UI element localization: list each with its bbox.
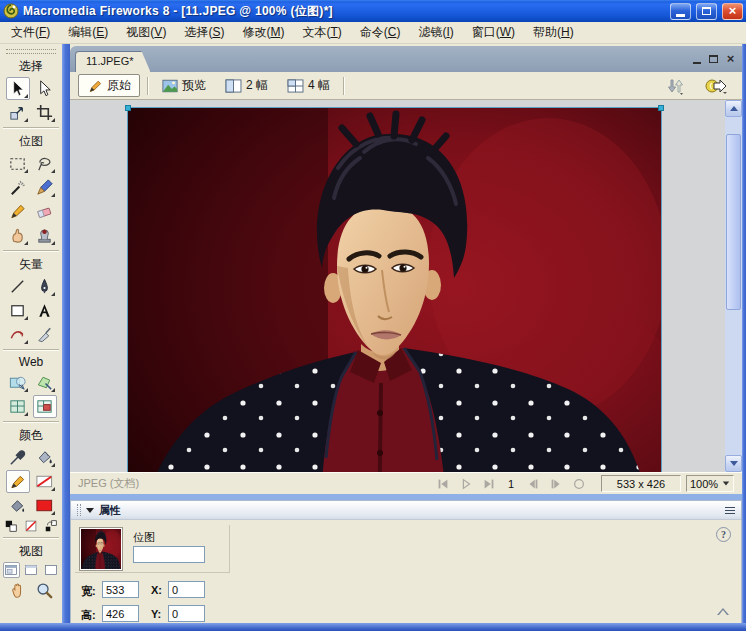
menu-i[interactable]: 滤镜(I) (409, 21, 462, 44)
document-minimize-icon[interactable] (689, 52, 704, 66)
two-up-view-button[interactable]: 2 幅 (219, 75, 274, 96)
slice-tool[interactable] (6, 395, 30, 418)
menu-t[interactable]: 文本(T) (293, 21, 350, 44)
rubber-stamp-tool[interactable] (33, 224, 57, 247)
rectangle-tool[interactable] (6, 299, 30, 322)
fullscreen-menus-button[interactable] (23, 562, 40, 578)
show-slices-button[interactable] (33, 395, 57, 418)
expand-panel-icon[interactable] (717, 608, 729, 615)
subselection-tool[interactable] (33, 77, 57, 100)
magic-wand-tool[interactable] (6, 176, 30, 199)
pointer-tool[interactable] (6, 77, 30, 100)
menu-m[interactable]: 修改(M) (233, 21, 293, 44)
collapse-arrow-icon[interactable] (86, 508, 94, 513)
marquee-tool[interactable] (6, 152, 30, 175)
first-frame-icon[interactable] (434, 476, 452, 492)
next-frame-icon[interactable] (547, 476, 565, 492)
hotspot-tool[interactable] (6, 371, 30, 394)
zoom-tool[interactable] (33, 579, 57, 602)
pen-tool[interactable] (33, 275, 57, 298)
fireworks-app-icon (3, 3, 19, 19)
original-view-button[interactable]: 原始 (78, 74, 140, 97)
properties-title: 属性 (99, 503, 121, 518)
document-close-icon[interactable]: × (723, 52, 738, 66)
swap-colors-button[interactable] (43, 518, 60, 534)
height-input[interactable] (102, 605, 139, 622)
text-icon (35, 301, 54, 320)
document-window: 11.JPEG* × 原始 预览 (70, 46, 742, 494)
four-up-view-button[interactable]: 4 幅 (281, 75, 336, 96)
y-input[interactable] (168, 605, 205, 622)
no-color-button[interactable] (23, 518, 40, 534)
properties-grip[interactable] (77, 504, 81, 516)
last-frame-icon[interactable] (480, 476, 498, 492)
stroke-color-swatch[interactable] (33, 470, 57, 493)
image-size-arrows-button[interactable] (659, 75, 691, 97)
pencil-icon (87, 78, 103, 94)
blur-tool[interactable] (6, 224, 30, 247)
tools-section-label: 位图 (0, 132, 62, 152)
quick-export-button[interactable] (698, 76, 734, 96)
eraser-tool[interactable] (33, 200, 57, 223)
document-image[interactable] (128, 108, 661, 472)
knife-tool[interactable] (33, 323, 57, 346)
crop-tool[interactable] (33, 101, 57, 124)
standard-screen-button[interactable] (3, 562, 20, 578)
menu-h[interactable]: 帮助(H) (524, 21, 583, 44)
scroll-down-button[interactable] (725, 455, 742, 472)
paint-bucket-tool[interactable] (33, 446, 57, 469)
preview-view-label: 预览 (182, 77, 206, 94)
document-tab[interactable]: 11.JPEG* (75, 51, 151, 72)
application-window: Macromedia Fireworks 8 - [11.JPEG @ 100%… (0, 0, 746, 631)
object-name-input[interactable] (133, 546, 205, 563)
text-tool[interactable] (33, 299, 57, 322)
freeform-tool[interactable] (6, 323, 30, 346)
zoom-level-dropdown[interactable]: 100% (686, 475, 734, 492)
hand-tool[interactable] (6, 579, 30, 602)
scale-tool[interactable] (6, 101, 30, 124)
eyedropper-icon (8, 448, 27, 467)
previous-frame-icon[interactable] (524, 476, 542, 492)
menu-f[interactable]: 文件(F) (2, 21, 59, 44)
window-title: Macromedia Fireworks 8 - [11.JPEG @ 100%… (23, 3, 333, 20)
four-up-view-label: 4 幅 (308, 77, 330, 94)
window-border-bottom (0, 623, 746, 631)
menu-v[interactable]: 视图(V) (117, 21, 175, 44)
polygon-hotspot-tool[interactable] (33, 371, 57, 394)
fill-color-swatch[interactable] (33, 494, 57, 517)
default-colors-button[interactable] (3, 518, 20, 534)
width-input[interactable] (102, 581, 139, 598)
properties-header[interactable]: 属性 (71, 501, 741, 520)
menu-c[interactable]: 命令(C) (351, 21, 410, 44)
scrollbar-thumb[interactable] (726, 134, 741, 310)
lasso-tool[interactable] (33, 152, 57, 175)
minimize-button[interactable] (670, 3, 691, 20)
maximize-button[interactable] (696, 3, 717, 20)
brush-tool[interactable] (33, 176, 57, 199)
menu-w[interactable]: 窗口(W) (463, 21, 524, 44)
document-restore-icon[interactable] (706, 52, 721, 66)
scroll-up-button[interactable] (725, 100, 742, 117)
fill-color-button[interactable] (6, 494, 30, 517)
canvas-area[interactable] (70, 100, 742, 472)
x-input[interactable] (168, 581, 205, 598)
line-icon (8, 277, 27, 296)
panel-divider-vertical[interactable] (62, 44, 70, 623)
stop-icon[interactable] (570, 476, 588, 492)
canvas-size-value: 533 x 426 (617, 478, 665, 490)
menu-s[interactable]: 选择(S) (175, 21, 233, 44)
preview-view-button[interactable]: 预览 (156, 75, 212, 96)
tools-section-label: Web (0, 354, 62, 371)
stroke-color-button[interactable] (6, 470, 30, 493)
panel-options-icon[interactable] (725, 507, 735, 514)
menu-e[interactable]: 编辑(E) (59, 21, 117, 44)
close-button[interactable]: × (722, 3, 743, 20)
line-tool[interactable] (6, 275, 30, 298)
pencil-tool[interactable] (6, 200, 30, 223)
play-icon[interactable] (457, 476, 475, 492)
vertical-scrollbar[interactable] (725, 100, 742, 472)
tools-panel-grip[interactable] (6, 49, 56, 54)
fullscreen-button[interactable] (43, 562, 60, 578)
help-icon[interactable]: ? (716, 527, 731, 542)
eyedropper-tool[interactable] (6, 446, 30, 469)
